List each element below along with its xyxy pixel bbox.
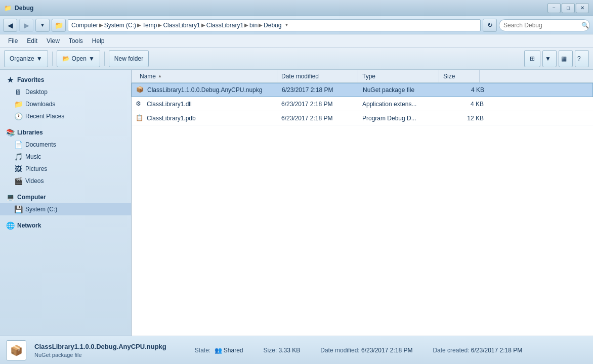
sidebar-item-system-c[interactable]: 💾 System (C:) — [0, 203, 131, 215]
libraries-header[interactable]: 📚 Libraries — [0, 126, 131, 139]
dll-file-icon: ⚙ — [136, 100, 144, 108]
status-filename: ClassLibrary1.1.0.0.Debug.AnyCPU.nupkg — [34, 343, 166, 350]
open-button[interactable]: 📂 Open ▼ — [57, 50, 100, 67]
downloads-label: Downloads — [25, 101, 55, 108]
breadcrumb-temp[interactable]: Temp — [142, 22, 157, 29]
dropdown-button[interactable]: ▼ — [35, 19, 50, 32]
column-date-header[interactable]: Date modified — [277, 70, 358, 82]
file-row-pdb[interactable]: 📋 ClassLibrary1.pdb 6/23/2017 2:18 PM Pr… — [132, 111, 593, 125]
status-state-icon: 👥 — [215, 347, 222, 354]
breadcrumb-systemc[interactable]: System (C:) — [104, 22, 136, 29]
sidebar-item-desktop[interactable]: 🖥 Desktop — [0, 86, 131, 98]
organize-dropdown-icon: ▼ — [36, 55, 43, 62]
view-button[interactable]: ⊞ — [524, 50, 540, 67]
breadcrumb-debug[interactable]: Debug — [264, 22, 281, 29]
desktop-label: Desktop — [25, 88, 48, 96]
file-type-dll: Application extens... — [362, 101, 443, 108]
forward-button[interactable]: ▶ — [19, 19, 33, 32]
videos-label: Videos — [25, 177, 44, 185]
view-dropdown-button[interactable]: ▼ — [542, 50, 557, 67]
new-folder-label: New folder — [114, 55, 143, 62]
column-header: Name ▲ Date modified Type Size — [132, 70, 593, 83]
status-date-modified-value: 6/23/2017 2:18 PM — [361, 347, 412, 354]
system-c-label: System (C:) — [25, 206, 57, 213]
sidebar-item-pictures[interactable]: 🖼 Pictures — [0, 163, 131, 175]
menu-file[interactable]: File — [4, 36, 22, 46]
column-date-label: Date modified — [281, 73, 319, 80]
sidebar-item-music[interactable]: 🎵 Music — [0, 151, 131, 163]
status-size: Size: 3.33 KB — [264, 347, 301, 354]
music-icon: 🎵 — [14, 153, 22, 161]
column-type-header[interactable]: Type — [358, 70, 439, 82]
file-size-nupkg: 4 KB — [444, 86, 484, 94]
file-row-nupkg[interactable]: 📦 ClassLibrary1.1.0.0.Debug.AnyCPU.nupkg… — [132, 83, 593, 97]
maximize-button[interactable]: □ — [562, 3, 575, 13]
window-title: Debug — [15, 5, 33, 12]
help-button[interactable]: ? — [575, 50, 589, 67]
documents-icon: 📄 — [14, 141, 22, 149]
pictures-label: Pictures — [25, 165, 47, 172]
column-name-header[interactable]: Name ▲ — [136, 70, 277, 82]
status-date-modified-label: Date modified: — [320, 347, 359, 354]
file-date-dll: 6/23/2017 2:18 PM — [281, 101, 362, 108]
menu-tools[interactable]: Tools — [65, 36, 87, 46]
menu-edit[interactable]: Edit — [23, 36, 41, 46]
search-input[interactable] — [503, 22, 579, 29]
toolbar: Organize ▼ 📂 Open ▼ New folder ⊞ ▼ ▦ ? — [0, 48, 593, 70]
new-folder-button[interactable]: New folder — [109, 50, 149, 67]
file-type-pdb: Program Debug D... — [362, 115, 443, 122]
sidebar-item-documents[interactable]: 📄 Documents — [0, 139, 131, 151]
open-dropdown-icon: ▼ — [89, 55, 95, 62]
network-header[interactable]: 🌐 Network — [0, 219, 131, 232]
breadcrumb-dropdown-button[interactable]: ▼ — [282, 19, 290, 31]
breadcrumb[interactable]: Computer ▶ System (C:) ▶ Temp ▶ ClassLib… — [68, 19, 481, 31]
file-date-pdb: 6/23/2017 2:18 PM — [281, 115, 362, 122]
sidebar-item-recent-places[interactable]: 🕐 Recent Places — [0, 110, 131, 122]
search-icon: 🔍 — [581, 22, 589, 29]
status-date-created-label: Date created: — [433, 347, 469, 354]
title-bar-controls: − □ ✕ — [547, 3, 589, 13]
libraries-section: 📚 Libraries 📄 Documents 🎵 Music 🖼 Pictur… — [0, 126, 131, 187]
file-size-dll: 4 KB — [443, 101, 484, 108]
organize-button[interactable]: Organize ▼ — [4, 50, 48, 67]
music-label: Music — [25, 153, 41, 160]
status-bar: 📦 ClassLibrary1.1.0.0.Debug.AnyCPU.nupkg… — [0, 336, 593, 364]
network-icon: 🌐 — [6, 221, 14, 230]
network-label: Network — [17, 222, 41, 229]
status-filetype: NuGet package file — [34, 352, 166, 358]
pdb-file-icon: 📋 — [136, 114, 144, 122]
pdb-filename: ClassLibrary1.pdb — [147, 115, 196, 122]
breadcrumb-bin[interactable]: bin — [249, 22, 258, 29]
open-icon: 📂 — [62, 55, 70, 62]
breadcrumb-computer[interactable]: Computer — [71, 22, 98, 29]
refresh-button[interactable]: ↻ — [483, 19, 497, 32]
close-button[interactable]: ✕ — [576, 3, 589, 13]
file-area: Name ▲ Date modified Type Size 📦 ClassLi… — [132, 70, 593, 336]
title-bar: 📁 Debug − □ ✕ — [0, 0, 593, 16]
favorites-header[interactable]: ★ Favorites — [0, 74, 131, 86]
search-box[interactable]: 🔍 — [499, 19, 590, 31]
column-name-label: Name — [140, 73, 156, 80]
back-button[interactable]: ◀ — [3, 19, 17, 32]
dll-filename: ClassLibrary1.dll — [147, 101, 192, 108]
column-size-header[interactable]: Size — [439, 70, 480, 82]
help-icon: ? — [577, 55, 581, 62]
documents-label: Documents — [25, 141, 56, 148]
file-list: 📦 ClassLibrary1.1.0.0.Debug.AnyCPU.nupkg… — [132, 83, 593, 336]
breadcrumb-classlibrary1-1[interactable]: ClassLibrary1 — [163, 22, 200, 29]
column-type-label: Type — [362, 73, 375, 80]
breadcrumb-classlibrary1-2[interactable]: ClassLibrary1 — [206, 22, 243, 29]
libraries-icon: 📚 — [6, 128, 14, 136]
minimize-button[interactable]: − — [547, 3, 561, 13]
file-name-pdb: 📋 ClassLibrary1.pdb — [136, 114, 281, 122]
status-size-label: Size: — [264, 347, 277, 354]
file-row-dll[interactable]: ⚙ ClassLibrary1.dll 6/23/2017 2:18 PM Ap… — [132, 97, 593, 111]
sidebar-item-downloads[interactable]: 📁 Downloads — [0, 98, 131, 110]
sidebar-item-videos[interactable]: 🎬 Videos — [0, 175, 131, 187]
preview-pane-button[interactable]: ▦ — [559, 50, 573, 67]
menu-view[interactable]: View — [43, 36, 64, 46]
computer-header[interactable]: 💻 Computer — [0, 191, 131, 203]
menu-help[interactable]: Help — [88, 36, 109, 46]
title-bar-left: 📁 Debug — [4, 5, 33, 12]
videos-icon: 🎬 — [14, 177, 22, 185]
